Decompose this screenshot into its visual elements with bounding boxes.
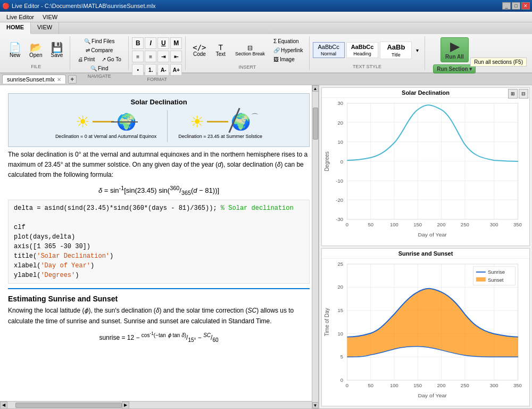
solstice-scene: ☀ 🌍 ⌒ Declination = 23.45 at Summer Sols… bbox=[178, 112, 262, 140]
code-line-ylabel: ylabel('Degrees') bbox=[14, 271, 304, 280]
decrease-icon[interactable]: A- bbox=[157, 64, 169, 76]
doc-tabs: sunriseSunset.mlx ✕ + bbox=[0, 73, 532, 85]
doc-tab-0[interactable]: sunriseSunset.mlx ✕ bbox=[2, 75, 66, 84]
app-logo: 🔴 bbox=[2, 3, 10, 10]
image-icon: 🖼 bbox=[273, 56, 279, 62]
svg-text:250: 250 bbox=[461, 383, 469, 388]
ribbon-tabs: HOME VIEW bbox=[0, 22, 532, 34]
compare-button[interactable]: ⇌ Compare bbox=[83, 46, 115, 54]
normal-style-button[interactable]: AaBbCc Normal bbox=[313, 42, 345, 58]
outdent-icon[interactable]: ⇤ bbox=[170, 51, 182, 62]
run-all-button[interactable]: ▶ Run All bbox=[440, 37, 469, 62]
scene-separator bbox=[167, 110, 168, 142]
code-block-1[interactable]: delta = asind(sind(23.45)*sind(360*(days… bbox=[8, 200, 310, 284]
maximize-button[interactable]: □ bbox=[512, 2, 520, 10]
solar-diagram: Solar Declination ☀ 🌍 bbox=[8, 93, 310, 147]
scroll-down-arrow[interactable]: ▼ bbox=[312, 402, 319, 408]
italic-button[interactable]: I bbox=[145, 37, 156, 49]
section-2-paragraph: Knowing the local latitude (ϕ), the sun'… bbox=[8, 306, 310, 326]
svg-text:Degrees: Degrees bbox=[323, 151, 329, 171]
solar-ray-2 bbox=[207, 121, 228, 122]
run-buttons: ▶ Run All Run Section ▾ bbox=[433, 37, 476, 73]
tab-view[interactable]: VIEW bbox=[31, 22, 59, 34]
align-left-icon[interactable]: ≡ bbox=[132, 51, 144, 62]
code-line-blank bbox=[14, 213, 304, 223]
chart1-export-btn[interactable]: ⊟ bbox=[519, 89, 528, 99]
svg-text:Day of Year: Day of Year bbox=[418, 232, 447, 238]
menu-view[interactable]: VIEW bbox=[38, 13, 62, 21]
image-button[interactable]: 🖼 Image bbox=[271, 55, 306, 63]
file-buttons: 📄 New 📂 Open 💾 Save bbox=[5, 37, 66, 63]
compare-icon: ⇌ bbox=[86, 47, 90, 53]
earth-orbit-1: 🌍 bbox=[117, 112, 136, 131]
text-button[interactable]: T Text bbox=[212, 42, 229, 59]
code-button[interactable]: </> Code bbox=[189, 42, 210, 59]
svg-text:350: 350 bbox=[513, 383, 522, 388]
scroll-up-arrow[interactable]: ▲ bbox=[312, 85, 319, 92]
doc-tab-close-icon[interactable]: ✕ bbox=[57, 77, 61, 83]
goto-button[interactable]: ↗ Go To bbox=[99, 55, 124, 63]
code-line-clf: clf bbox=[14, 223, 304, 232]
app-title: Live Editor - C:\Documents\MATLAB\sunris… bbox=[12, 3, 156, 9]
svg-text:200: 200 bbox=[437, 383, 446, 388]
svg-text:50: 50 bbox=[368, 383, 373, 388]
find-files-icon: 🔍 bbox=[84, 38, 90, 44]
run-tooltip: Run all sections (F5) bbox=[470, 58, 527, 67]
solar-declination-panel: Solar Declination ⊞ ⊟ bbox=[321, 87, 530, 246]
open-icon: 📂 bbox=[30, 43, 41, 52]
earth-orbit-2: 🌍 ⌒ bbox=[231, 112, 251, 131]
open-button[interactable]: 📂 Open bbox=[26, 41, 46, 60]
menu-live-editor[interactable]: Live Editor bbox=[2, 13, 38, 21]
new-icon: 📄 bbox=[9, 43, 21, 52]
bullets-icon[interactable]: • bbox=[132, 64, 144, 76]
section-break-button[interactable]: ⊟ Section Break bbox=[231, 43, 269, 58]
horizontal-scrollbar[interactable]: ◀ ▶ bbox=[0, 401, 318, 408]
find-button[interactable]: 🔍 Find bbox=[88, 64, 111, 72]
svg-text:Time of Day: Time of Day bbox=[323, 307, 329, 336]
svg-text:150: 150 bbox=[413, 222, 422, 227]
scroll-right-arrow[interactable]: ▶ bbox=[122, 402, 129, 409]
chart1-grid-btn[interactable]: ⊞ bbox=[508, 89, 518, 99]
hyperlink-button[interactable]: 🔗 Hyperlink bbox=[271, 46, 306, 54]
svg-text:0: 0 bbox=[340, 378, 343, 383]
add-tab-button[interactable]: + bbox=[68, 75, 77, 84]
h-scrollbar-thumb[interactable] bbox=[15, 403, 122, 408]
save-button[interactable]: 💾 Save bbox=[47, 41, 66, 60]
new-button[interactable]: 📄 New bbox=[5, 41, 24, 60]
scroll-left-arrow[interactable]: ◀ bbox=[0, 402, 7, 409]
code-line-title: title('Solar Declination') bbox=[14, 251, 304, 261]
equation-button[interactable]: Σ Equation bbox=[271, 37, 306, 45]
main-layout: Solar Declination ☀ 🌍 bbox=[0, 85, 532, 408]
run-section-button[interactable]: Run Section ▾ bbox=[433, 64, 476, 73]
equinox-objects: ☀ 🌍 bbox=[76, 112, 136, 131]
bold-button[interactable]: B bbox=[132, 37, 144, 49]
strikethrough-button[interactable]: M bbox=[170, 37, 182, 49]
code-line-xlabel: xlabel('Day of Year') bbox=[14, 261, 304, 271]
svg-text:250: 250 bbox=[461, 222, 469, 227]
code-line-axis: axis([1 365 -30 30]) bbox=[14, 242, 304, 251]
heading-style-button[interactable]: AaBbCc Heading bbox=[346, 42, 379, 58]
ribbon-content: 📄 New 📂 Open 💾 Save FILE 🔍 bbox=[0, 35, 532, 71]
print-button[interactable]: 🖨 Print bbox=[75, 55, 98, 63]
title-bar: 🔴 Live Editor - C:\Documents\MATLAB\sunr… bbox=[0, 0, 532, 12]
vertical-scrollbar[interactable]: ▲ ▼ bbox=[312, 85, 318, 408]
indent-icon[interactable]: ⇥ bbox=[157, 51, 169, 62]
v-scrollbar-thumb[interactable] bbox=[313, 108, 318, 140]
numbering-icon[interactable]: 1. bbox=[145, 64, 156, 76]
find-files-button[interactable]: 🔍 Find Files bbox=[81, 37, 117, 45]
more-styles-button[interactable]: ▾ bbox=[413, 46, 421, 54]
tab-home[interactable]: HOME bbox=[0, 22, 31, 34]
minimize-button[interactable]: _ bbox=[502, 2, 511, 10]
svg-text:15: 15 bbox=[338, 308, 344, 313]
title-style-button[interactable]: AaBb Title bbox=[380, 42, 412, 59]
close-button[interactable]: ✕ bbox=[521, 2, 530, 10]
editor-content[interactable]: Solar Declination ☀ 🌍 bbox=[0, 85, 318, 401]
align-center-icon[interactable]: ≡ bbox=[145, 51, 156, 62]
ribbon-group-format: B I U M ≡ ≡ ⇥ ⇤ • 1. A- A+ FORMA bbox=[129, 36, 186, 70]
hyperlink-icon: 🔗 bbox=[273, 47, 280, 53]
ribbon: 📄 New 📂 Open 💾 Save FILE 🔍 bbox=[0, 34, 532, 73]
solstice-objects: ☀ 🌍 ⌒ bbox=[190, 112, 251, 131]
underline-button[interactable]: U bbox=[157, 37, 169, 49]
increase-icon[interactable]: A+ bbox=[170, 64, 182, 76]
sunrise-sunset-panel: Sunrise and Sunset bbox=[321, 248, 530, 407]
